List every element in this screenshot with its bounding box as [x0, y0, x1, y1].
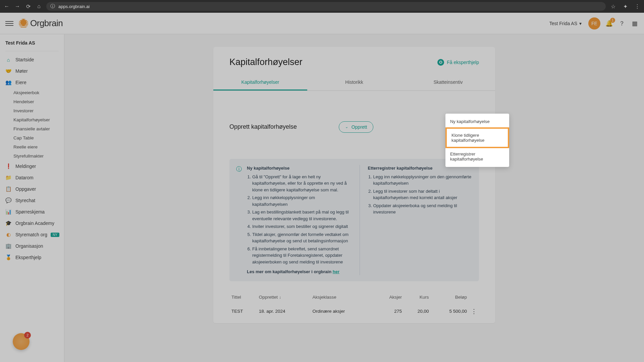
content-card: Kapitalforhøyelser ✪ Få eksperthjelp Kap… [213, 47, 495, 323]
app-logo[interactable]: Orgbrain [19, 18, 63, 28]
info-more-link[interactable]: her [333, 269, 339, 274]
create-dropdown: Ny kapitalforhøyelse Klone tidligere kap… [445, 114, 509, 167]
handshake-icon: 🤝 [5, 68, 11, 74]
sidebar-item-experthelp[interactable]: 🏅Eksperthjelp [0, 252, 64, 263]
data-table: Tittel Opprettet↓ Aksjeklasse Aksjer Kur… [229, 291, 479, 320]
home-icon: ⌂ [5, 57, 11, 63]
cell-rate: 20,00 [404, 303, 431, 320]
sidebar-item-dataroom[interactable]: 📁Datarom [0, 172, 64, 183]
sidebar-item-label: Styrechat [15, 198, 35, 203]
avatar[interactable]: FE [588, 17, 600, 29]
sidebar-item-label: Organisasjon [15, 243, 43, 249]
sidebar-sub-investors[interactable]: Investorer [0, 106, 64, 115]
sidebar-item-boardchat[interactable]: 💬Styrechat [0, 195, 64, 206]
folder-icon: 📁 [5, 175, 11, 181]
url-bar[interactable]: ⓘ apps.orgbrain.ai [46, 2, 606, 11]
building-icon: 🏢 [5, 243, 11, 249]
nav-reload-icon[interactable]: ⟳ [25, 3, 32, 10]
sidebar-item-label: Meldinger [15, 164, 36, 169]
hamburger-menu-icon[interactable] [5, 19, 13, 27]
help-icon[interactable]: ？ [618, 19, 626, 27]
col-rate[interactable]: Kurs [404, 291, 431, 303]
col-title[interactable]: Tittel [229, 291, 257, 303]
cell-shares: 275 [375, 303, 404, 320]
create-button-label: Opprett [352, 124, 367, 130]
match-icon: ◐ [5, 232, 11, 238]
info-new-title: Ny kapitalforhøyelse [247, 165, 352, 172]
info-panel: ⓘ Ny kapitalforhøyelse Gå til "Opprett" … [229, 159, 479, 281]
dropdown-item-clone[interactable]: Klone tidligere kapitalforhøyelse [445, 127, 509, 148]
app-header: Orgbrain Test Frida AS ▾ FE 🔔1 ？ ▦ [0, 13, 644, 34]
cell-class: Ordinære aksjer [311, 303, 375, 320]
sidebar-item-match[interactable]: ◐Styrematch orgNY [0, 229, 64, 240]
create-button[interactable]: ⌄ Opprett [339, 121, 374, 133]
dropdown-item-postregister[interactable]: Etterregistrer kapitalforhøyelse [445, 147, 509, 166]
col-shares[interactable]: Aksjer [375, 291, 404, 303]
sidebar-item-label: Eksperthjelp [15, 255, 41, 260]
sidebar-item-meetings[interactable]: 🤝Møter [0, 65, 64, 77]
cell-amount: 5 500,00 [431, 303, 469, 320]
site-info-icon[interactable]: ⓘ [50, 3, 55, 9]
sidebar-item-owners[interactable]: 👥Eiere [0, 77, 64, 88]
sidebar-sub-fin[interactable]: Finansielle avtaler [0, 124, 64, 133]
info-col-new: Ny kapitalforhøyelse Gå til "Opprett" fo… [247, 165, 352, 275]
academy-icon: 🎓 [5, 220, 11, 226]
tab-capital-increase[interactable]: Kapitalforhøyelser [213, 75, 307, 90]
col-amount[interactable]: Beløp [431, 291, 469, 303]
nav-home-icon[interactable]: ⌂ [36, 3, 42, 10]
chevron-down-icon: ▾ [579, 21, 582, 26]
notification-badge: 1 [610, 18, 615, 23]
bell-icon[interactable]: 🔔1 [605, 19, 613, 27]
sidebar-item-label: Spørreskjema [15, 209, 45, 215]
sidebar-sub-events[interactable]: Hendelser [0, 97, 64, 106]
info-step: Oppdater aksjeeierboka og send melding t… [373, 202, 473, 216]
expert-help-link[interactable]: ✪ Få eksperthjelp [437, 59, 479, 66]
tab-history[interactable]: Historikk [307, 75, 401, 90]
clipboard-icon: 📊 [5, 209, 11, 215]
sidebar-item-home[interactable]: ⌂Startside [0, 54, 64, 65]
sidebar-sub-mandates[interactable]: Styrefullmakter [0, 152, 64, 161]
sidebar-sub-realowners[interactable]: Reelle eiere [0, 142, 64, 152]
browser-bar: ← → ⟳ ⌂ ⓘ apps.orgbrain.ai ☆ ✦ ⋮ [0, 0, 644, 13]
divider [5, 51, 59, 51]
nav-forward-icon[interactable]: → [14, 3, 21, 10]
sidebar-sub-capinc[interactable]: Kapitalforhøyelser [0, 115, 64, 124]
nav-back-icon[interactable]: ← [3, 3, 10, 10]
tab-tax-incentive[interactable]: Skatteinsentiv [401, 75, 495, 90]
browser-menu-icon[interactable]: ⋮ [634, 3, 641, 10]
chat-fab[interactable]: 2 [13, 333, 30, 350]
row-menu-icon[interactable]: ⋮ [469, 303, 479, 320]
dropdown-item-new[interactable]: Ny kapitalforhøyelse [445, 115, 509, 128]
chat-icon: 💬 [5, 197, 11, 203]
sidebar-item-academy[interactable]: 🎓Orgbrain Academy [0, 218, 64, 229]
col-class[interactable]: Aksjeklasse [311, 291, 375, 303]
sidebar-sub-sharebook[interactable]: Aksjeeierbok [0, 88, 64, 97]
help-badge-icon: ✪ [437, 59, 444, 66]
sidebar-item-tasks[interactable]: 📋Oppgaver [0, 183, 64, 195]
table-row[interactable]: TEST 18. apr. 2024 Ordinære aksjer 275 2… [229, 303, 479, 320]
bookmark-star-icon[interactable]: ☆ [610, 3, 616, 10]
page-title: Kapitalforhøyelser [229, 57, 303, 67]
sidebar-org-name: Test Frida AS [0, 38, 64, 50]
sidebar-item-label: Styrematch org [15, 232, 47, 237]
sidebar-item-organisation[interactable]: 🏢Organisasjon [0, 240, 64, 252]
section-title: Opprett kapitalforhøyelse [229, 123, 297, 130]
company-switcher[interactable]: Test Frida AS ▾ [549, 21, 582, 26]
sidebar-item-label: Oppgaver [15, 186, 36, 192]
lifebuoy-icon: 🏅 [5, 254, 11, 260]
sidebar-item-surveys[interactable]: 📊Spørreskjema [0, 206, 64, 218]
sidebar-sub-captable[interactable]: Cap Table [0, 133, 64, 142]
main-area: Kapitalforhøyelser ✪ Få eksperthjelp Kap… [64, 34, 644, 362]
info-step: Legg til investorer som har deltatt i ka… [373, 188, 473, 201]
col-created[interactable]: Opprettet↓ [257, 291, 311, 303]
extensions-icon[interactable]: ✦ [622, 3, 629, 10]
apps-grid-icon[interactable]: ▦ [631, 19, 639, 27]
info-step: Få innbetalingene bekreftet, send samord… [252, 246, 352, 265]
new-badge: NY [51, 233, 59, 237]
sidebar-item-label: Eiere [15, 80, 26, 85]
expert-help-label: Få eksperthjelp [447, 60, 479, 65]
sidebar-item-label: Startside [15, 57, 34, 62]
info-step: Legg inn nøkkelopplysninger om kapitalfo… [252, 194, 352, 207]
url-text: apps.orgbrain.ai [58, 4, 90, 9]
sidebar-item-messages[interactable]: ❗Meldinger [0, 161, 64, 172]
